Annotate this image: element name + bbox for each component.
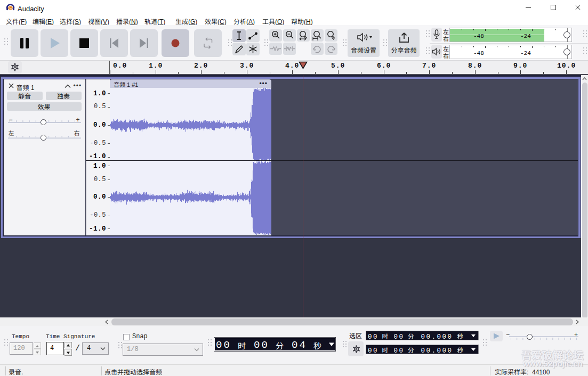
- svg-text:-24: -24: [520, 33, 531, 39]
- svg-text:-48: -48: [473, 33, 484, 39]
- svg-text:-48: -48: [473, 50, 484, 56]
- svg-text:-24: -24: [520, 50, 531, 56]
